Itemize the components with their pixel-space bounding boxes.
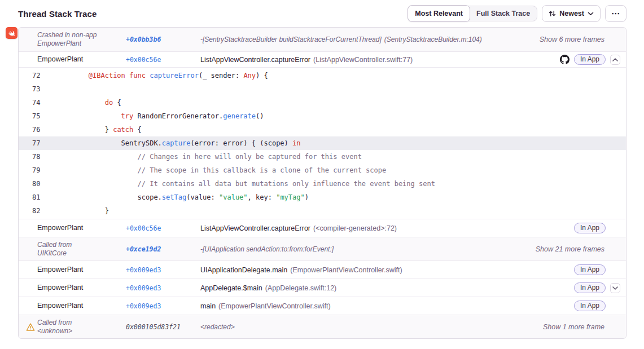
stack-frame-row[interactable]: EmpowerPlant+0x00c56eListAppViewControll… xyxy=(19,51,626,67)
toggle-full-stack-trace[interactable]: Full Stack Trace xyxy=(470,6,537,21)
filename-label[interactable]: (ListAppViewController.swift:77) xyxy=(313,56,413,64)
code-line: 73 xyxy=(19,82,626,96)
in-app-badge: In App xyxy=(574,282,606,293)
in-app-badge: In App xyxy=(574,301,606,311)
code-text: scope.setTag(value: "value", key: "myTag… xyxy=(56,193,309,201)
stack-trace-table: Crashed in non-appEmpowerPlant+0x0bb3b6-… xyxy=(18,27,627,339)
collapsed-frames-row[interactable]: Called from<unknown>0x000105d83f21<redac… xyxy=(19,315,626,338)
collapsed-frames-row[interactable]: Called fromUIKitCore+0xce19d2-[UIApplica… xyxy=(19,237,626,260)
chevron-down-icon xyxy=(588,12,594,16)
swift-icon xyxy=(6,27,17,39)
more-options-button[interactable]: ⋯ xyxy=(605,5,627,22)
chevron-down-icon xyxy=(612,286,618,290)
address-label: +0x009ed3 xyxy=(126,284,200,292)
in-app-badge: In App xyxy=(574,54,606,65)
module-cell: EmpowerPlant xyxy=(37,284,126,292)
sort-button-label: Newest xyxy=(559,10,584,17)
filename-label[interactable]: (AppDelegate.swift:12) xyxy=(265,284,336,292)
expander-slot xyxy=(610,265,620,275)
code-text: // The scope in this callback is a clone… xyxy=(56,166,386,174)
module-label: <unknown> xyxy=(37,327,126,335)
chevron-up-icon xyxy=(612,58,618,61)
code-text: } xyxy=(56,207,109,215)
module-cell: Called fromUIKitCore xyxy=(37,241,126,258)
collapsed-frames-row[interactable]: Crashed in non-appEmpowerPlant+0x0bb3b6-… xyxy=(19,28,626,51)
module-cell: EmpowerPlant xyxy=(37,55,126,64)
row-meta: In App xyxy=(574,282,620,293)
function-label: <redacted> xyxy=(200,323,235,331)
row-meta: Show 21 more frames xyxy=(536,244,620,254)
address-label: +0x0bb3b6 xyxy=(126,36,200,43)
line-number: 80 xyxy=(32,177,41,191)
expander-slot xyxy=(610,283,620,293)
code-line: 82 } xyxy=(19,204,626,218)
sort-button[interactable]: Newest xyxy=(542,5,601,22)
function-cell: -[SentryStacktraceBuilder buildStacktrac… xyxy=(200,36,540,43)
row-meta: In App xyxy=(560,54,620,65)
stack-frame-row[interactable]: EmpowerPlant+0x00c56eListAppViewControll… xyxy=(19,219,626,237)
module-label: EmpowerPlant xyxy=(37,224,126,232)
view-toggle: Most Relevant Full Stack Trace xyxy=(408,6,537,21)
expander-slot xyxy=(610,244,620,254)
toggle-most-relevant[interactable]: Most Relevant xyxy=(408,5,470,22)
code-text: // Changes in here will only be captured… xyxy=(56,153,362,161)
code-text: } catch { xyxy=(56,126,142,134)
show-more-frames[interactable]: Show 21 more frames xyxy=(536,245,604,253)
module-prefix-label: Called from xyxy=(37,319,126,327)
panel-header: Thread Stack Trace Most Relevant Full St… xyxy=(18,0,627,27)
function-cell: main(EmpowerPlantViewController.swift) xyxy=(200,302,574,310)
expander-slot xyxy=(610,223,620,233)
expander-slot xyxy=(610,34,620,45)
module-cell: EmpowerPlant xyxy=(37,224,126,232)
stack-frame-row[interactable]: EmpowerPlant+0x009ed3UIApplicationDelega… xyxy=(19,260,626,279)
address-label: +0x009ed3 xyxy=(126,266,200,274)
function-label: ListAppViewController.captureError xyxy=(200,56,310,64)
address-label: 0x000105d83f21 xyxy=(126,323,200,331)
ellipsis-icon: ⋯ xyxy=(611,8,620,19)
function-label: UIApplicationDelegate.main xyxy=(200,266,287,274)
row-meta: In App xyxy=(574,264,620,275)
github-icon[interactable] xyxy=(560,55,569,64)
module-label: EmpowerPlant xyxy=(37,55,126,64)
module-label: EmpowerPlant xyxy=(37,39,126,48)
show-more-frames[interactable]: Show 6 more frames xyxy=(540,36,604,43)
row-meta: In App xyxy=(574,223,620,233)
module-prefix-label: Called from xyxy=(37,241,126,249)
warning-icon xyxy=(26,323,35,331)
code-context: 72 @IBAction func captureError(_ sender:… xyxy=(19,67,626,219)
code-line: 78 // Changes in here will only be captu… xyxy=(19,150,626,164)
filename-label[interactable]: (EmpowerPlantViewController.swift) xyxy=(218,302,330,310)
module-label: EmpowerPlant xyxy=(37,302,126,310)
address-label: +0x00c56e xyxy=(126,56,200,64)
function-cell: UIApplicationDelegate.main(EmpowerPlantV… xyxy=(200,266,574,274)
filename-label[interactable]: (EmpowerPlantViewController.swift) xyxy=(290,266,402,274)
function-label: AppDelegate.$main xyxy=(200,284,262,292)
function-cell: AppDelegate.$main(AppDelegate.swift:12) xyxy=(200,284,574,292)
module-label: EmpowerPlant xyxy=(37,284,126,292)
show-more-frames[interactable]: Show 1 more frame xyxy=(543,323,604,331)
module-cell: EmpowerPlant xyxy=(37,302,126,310)
line-number: 74 xyxy=(32,96,41,109)
code-text: @IBAction func captureError(_ sender: An… xyxy=(56,72,268,79)
address-label: +0x00c56e xyxy=(126,224,200,232)
row-meta: Show 6 more frames xyxy=(540,34,620,45)
code-line: 76 } catch { xyxy=(19,123,626,136)
code-line: 74 do { xyxy=(19,96,626,109)
code-line: 81 scope.setTag(value: "value", key: "my… xyxy=(19,191,626,204)
header-buttons: Most Relevant Full Stack Trace Newest ⋯ xyxy=(408,5,627,22)
line-number: 82 xyxy=(32,204,41,218)
filename-label[interactable]: (SentryStacktraceBuilder.m:104) xyxy=(384,36,482,43)
function-label: main xyxy=(200,302,216,310)
line-number: 78 xyxy=(32,150,41,164)
code-line: 75 try RandomErrorGenerator.generate() xyxy=(19,109,626,123)
expand-frame-button[interactable] xyxy=(610,283,620,293)
stack-frame-row[interactable]: EmpowerPlant+0x009ed3AppDelegate.$main(A… xyxy=(19,279,626,297)
function-cell: ListAppViewController.captureError(ListA… xyxy=(200,56,560,64)
module-cell: Called from<unknown> xyxy=(37,319,126,335)
collapse-frame-button[interactable] xyxy=(610,55,620,65)
stack-frame-row[interactable]: EmpowerPlant+0x009ed3main(EmpowerPlantVi… xyxy=(19,297,626,315)
address-label: +0x009ed3 xyxy=(126,302,200,310)
filename-label[interactable]: (<compiler-generated>:72) xyxy=(313,224,397,232)
code-text: // It contains all data but mutations on… xyxy=(56,180,435,188)
module-label: UIKitCore xyxy=(37,249,126,258)
